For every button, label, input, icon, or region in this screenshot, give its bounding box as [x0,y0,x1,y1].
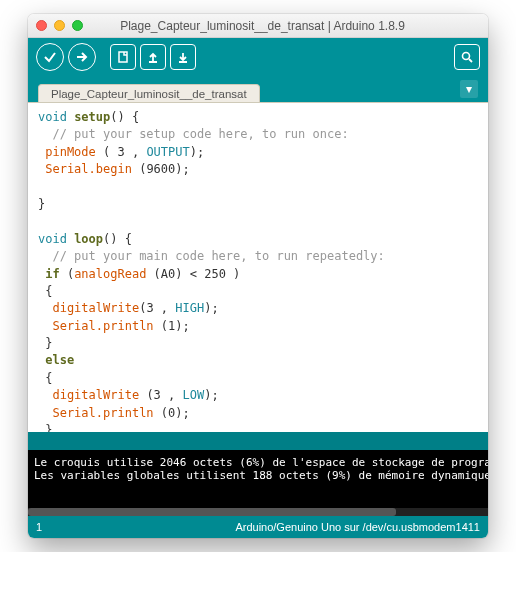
open-button[interactable] [140,44,166,70]
code-token: void [38,232,67,246]
code-token: () { [110,110,139,124]
console-line: Les variables globales utilisent 188 oct… [34,469,488,482]
code-token: HIGH [175,301,204,315]
code-token: () { [103,232,132,246]
console-scrollbar[interactable] [28,508,488,516]
code-token: analogRead [74,267,146,281]
tab-sketch[interactable]: Plage_Capteur_luminosit__de_transat [38,84,260,102]
code-token: .println [96,319,154,333]
code-token: else [38,353,74,367]
arduino-ide-window: Plage_Capteur_luminosit__de_transat | Ar… [28,14,488,538]
message-bar [28,432,488,450]
code-token: } [38,423,52,432]
verify-button[interactable] [36,43,64,71]
code-comment: // put your setup code here, to run once… [38,127,349,141]
code-token: if [38,267,60,281]
titlebar: Plage_Capteur_luminosit__de_transat | Ar… [28,14,488,38]
tab-label: Plage_Capteur_luminosit__de_transat [51,88,247,100]
code-token: ); [204,301,218,315]
console-line: Le croquis utilise 2046 octets (6%) de l… [34,456,488,469]
code-token: (3 , [139,388,182,402]
new-button[interactable] [110,44,136,70]
code-token: (1); [154,319,190,333]
scrollbar-thumb[interactable] [28,508,396,516]
code-token: { [38,284,52,298]
code-token: loop [74,232,103,246]
tab-dropdown-button[interactable]: ▾ [460,80,478,98]
code-token: void [38,110,67,124]
window-title: Plage_Capteur_luminosit__de_transat | Ar… [45,19,480,33]
tab-strip: Plage_Capteur_luminosit__de_transat ▾ [28,76,488,102]
code-token: .begin [89,162,132,176]
svg-point-3 [463,53,470,60]
status-board-port: Arduino/Genuino Uno sur /dev/cu.usbmodem… [66,521,480,533]
code-token: digitalWrite [38,388,139,402]
code-token: ( [60,267,74,281]
chevron-down-icon: ▾ [466,82,472,96]
code-token: Serial [38,319,96,333]
status-bar: 1 Arduino/Genuino Uno sur /dev/cu.usbmod… [28,516,488,538]
code-token: digitalWrite [38,301,139,315]
svg-rect-0 [119,52,127,62]
code-token: OUTPUT [146,145,189,159]
code-editor[interactable]: void setup() { // put your setup code he… [28,102,488,432]
code-token: .println [96,406,154,420]
code-token: (3 , [139,301,175,315]
code-token: LOW [183,388,205,402]
upload-button[interactable] [68,43,96,71]
toolbar [28,38,488,76]
console-output[interactable]: Le croquis utilise 2046 octets (6%) de l… [28,450,488,508]
code-token: Serial [38,162,89,176]
code-token: } [38,336,52,350]
code-token: setup [74,110,110,124]
status-line-number: 1 [36,521,66,533]
code-token: pinMode [38,145,96,159]
save-button[interactable] [170,44,196,70]
svg-rect-2 [179,61,187,63]
code-token: (9600); [132,162,190,176]
code-token: Serial [38,406,96,420]
code-token: } [38,197,45,211]
code-token: (A0) < 250 ) [146,267,240,281]
code-token: { [38,371,52,385]
code-token: ); [204,388,218,402]
code-token: ( 3 , [96,145,147,159]
code-token: ); [190,145,204,159]
serial-monitor-button[interactable] [454,44,480,70]
svg-rect-1 [149,61,157,63]
code-comment: // put your main code here, to run repea… [38,249,385,263]
code-token: (0); [154,406,190,420]
